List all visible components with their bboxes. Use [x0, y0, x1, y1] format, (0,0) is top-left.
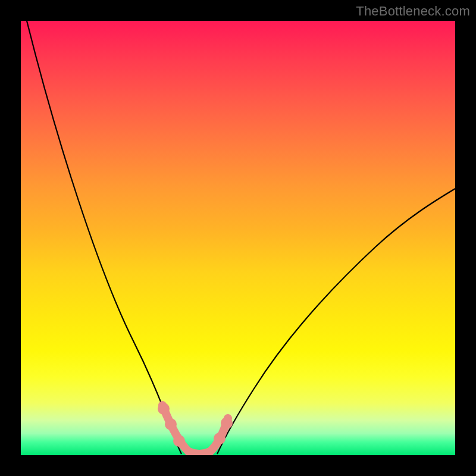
- left-curve: [27, 21, 181, 454]
- plot-area: [21, 21, 455, 455]
- pink-bead-right-2: [221, 417, 233, 429]
- pink-bead-left-3: [173, 435, 185, 447]
- curve-svg: [21, 21, 455, 455]
- watermark-text: TheBottleneck.com: [356, 4, 470, 19]
- pink-bead-right-1: [214, 433, 226, 444]
- chart-frame: TheBottleneck.com: [0, 0, 476, 476]
- right-curve: [217, 189, 455, 454]
- pink-bead-left-2: [165, 418, 177, 430]
- pink-bead-left-1: [158, 403, 170, 415]
